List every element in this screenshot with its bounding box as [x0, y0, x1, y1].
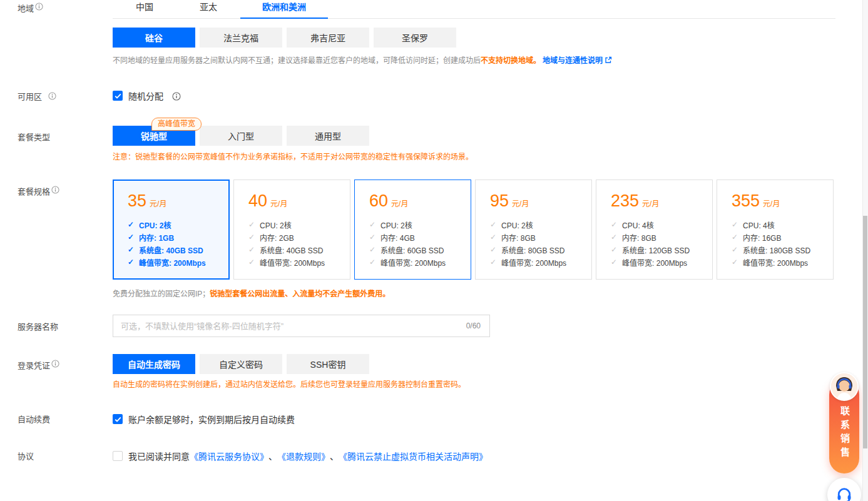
- spec-text: CPU: 4核: [622, 220, 654, 230]
- tab-europe-americas[interactable]: 欧洲和美洲: [240, 0, 328, 19]
- spec-text: 系统盘: 180GB SSD: [743, 245, 810, 255]
- price-unit: 元/月: [642, 198, 659, 208]
- spec-text: 峰值带宽: 200Mbps: [380, 257, 446, 268]
- price-unit: 元/月: [391, 198, 408, 208]
- price: 355: [732, 192, 760, 210]
- auto-renew-label-text: 自动续费: [18, 413, 50, 425]
- scrollbar-thumb[interactable]: [863, 216, 867, 448]
- price-unit: 元/月: [150, 198, 166, 208]
- credential-info-icon[interactable]: [51, 360, 59, 368]
- server-name-label-text: 服务器名称: [18, 320, 58, 332]
- region-info-icon[interactable]: [35, 3, 43, 11]
- credential-ssh-key[interactable]: SSH密钥: [287, 354, 369, 374]
- plan-card-40[interactable]: 40元/月 ✓CPU: 2核 ✓内存: 2GB ✓系统盘: 40GB SSD ✓…: [233, 180, 350, 280]
- spec-text: CPU: 2核: [139, 220, 171, 230]
- spec-text: 内存: 16GB: [743, 232, 781, 243]
- plan-card-60[interactable]: 60元/月 ✓CPU: 2核 ✓内存: 4GB ✓系统盘: 60GB SSD ✓…: [354, 180, 471, 280]
- check-icon: ✓: [369, 220, 375, 229]
- random-zone-label: 随机分配: [128, 89, 163, 102]
- check-icon: ✓: [611, 245, 617, 254]
- random-zone-checkbox[interactable]: 随机分配: [113, 89, 163, 102]
- spec-text: 峰值带宽: 200Mbps: [622, 257, 687, 268]
- check-icon: ✓: [732, 258, 738, 266]
- zone-row: 可用区 随机分配: [18, 89, 835, 102]
- scrollbar[interactable]: [862, 0, 868, 501]
- plan-card-35[interactable]: 35元/月 ✓CPU: 2核 ✓内存: 1GB ✓系统盘: 40GB SSD ✓…: [113, 180, 230, 280]
- check-icon: ✓: [128, 233, 134, 241]
- tab-china[interactable]: 中国: [113, 0, 176, 18]
- customer-service-button[interactable]: [827, 478, 861, 501]
- price-unit: 元/月: [270, 198, 287, 208]
- spec-text: 系统盘: 120GB SSD: [622, 245, 690, 255]
- check-icon: ✓: [732, 220, 738, 229]
- plan-cards: 35元/月 ✓CPU: 2核 ✓内存: 1GB ✓系统盘: 40GB SSD ✓…: [113, 180, 835, 280]
- check-icon: ✓: [128, 258, 134, 266]
- region-option-frankfurt[interactable]: 法兰克福: [200, 28, 282, 48]
- credential-row: 登录凭证 自动生成密码 自定义密码 SSH密钥 自动生成的密码将在实例创建后，通…: [18, 354, 835, 390]
- service-agreement-link[interactable]: 《腾讯云服务协议》: [190, 450, 268, 462]
- check-icon: ✓: [369, 233, 375, 241]
- check-icon: ✓: [732, 245, 738, 254]
- plan-type-warning: 注意：锐驰型套餐的公网带宽峰值不作为业务承诺指标，不适用于对公网带宽的稳定性有强…: [113, 153, 835, 162]
- spec-text: 系统盘: 60GB SSD: [380, 245, 444, 255]
- auto-renew-label: 自动续费: [18, 413, 113, 425]
- plan-type-general[interactable]: 通用型: [287, 126, 369, 146]
- region-label: 地域: [18, 0, 113, 66]
- separator: 、: [268, 450, 277, 462]
- checkbox-checked-icon: [113, 414, 123, 424]
- spec-list: ✓CPU: 2核 ✓内存: 1GB ✓系统盘: 40GB SSD ✓峰值带宽: …: [128, 218, 222, 268]
- zone-info-icon[interactable]: [48, 92, 56, 100]
- check-icon: ✓: [369, 258, 375, 266]
- region-option-virginia[interactable]: 弗吉尼亚: [287, 28, 369, 48]
- crypto-ban-statement-link[interactable]: 《腾讯云禁止虚拟货币相关活动声明》: [339, 450, 488, 462]
- spec-text: 峰值带宽: 200Mbps: [260, 257, 325, 268]
- region-note: 不同地域的轻量应用服务器之间默认内网不互通；建议选择最靠近您客户的地域，可降低访…: [113, 56, 835, 66]
- agreement-label-text: 协议: [18, 450, 34, 462]
- tab-asia-pacific[interactable]: 亚太: [176, 0, 240, 18]
- refund-rules-link[interactable]: 《退款规则》: [277, 450, 330, 462]
- server-name-input[interactable]: [113, 315, 489, 337]
- credential-custom-password[interactable]: 自定义密码: [200, 354, 282, 374]
- region-option-sao-paulo[interactable]: 圣保罗: [374, 28, 456, 48]
- plan-type-label-text: 套餐类型: [18, 131, 50, 143]
- credential-auto-password[interactable]: 自动生成密码: [113, 354, 195, 374]
- plan-spec-info-icon[interactable]: [51, 186, 59, 194]
- spec-list: ✓CPU: 2核 ✓内存: 8GB ✓系统盘: 80GB SSD ✓峰值带宽: …: [490, 218, 584, 268]
- spec-text: 峰值带宽: 200Mbps: [743, 257, 808, 268]
- spec-text: 内存: 2GB: [260, 232, 294, 243]
- agreement-row: 协议 我已阅读并同意 《腾讯云服务协议》、《退款规则》、《腾讯云禁止虚拟货币相关…: [18, 450, 835, 463]
- plan-card-355[interactable]: 355元/月 ✓CPU: 4核 ✓内存: 16GB ✓系统盘: 180GB SS…: [717, 180, 834, 280]
- price: 40: [248, 192, 267, 210]
- plan-spec-label: 套餐规格: [18, 180, 113, 298]
- checkbox-unchecked-icon: [113, 451, 123, 461]
- agreement-checkbox[interactable]: 我已阅读并同意: [113, 450, 190, 462]
- plan-type-label: 套餐类型: [18, 126, 113, 162]
- contact-sales-text: 联系销售: [829, 406, 859, 461]
- region-option-silicon-valley[interactable]: 硅谷: [113, 28, 195, 48]
- contact-sales-button[interactable]: 联系销售: [829, 372, 859, 473]
- separator: 、: [330, 450, 339, 462]
- external-link-icon[interactable]: [605, 56, 612, 64]
- plan-type-options: 高峰值带宽 锐驰型 入门型 通用型: [113, 126, 835, 146]
- config-form: 地域 中国 亚太 欧洲和美洲 硅谷 法兰克福 弗吉尼亚 圣保罗: [18, 0, 835, 463]
- spec-text: CPU: 2核: [260, 220, 292, 230]
- spec-text: 峰值带宽: 200Mbps: [501, 257, 566, 268]
- random-zone-info-icon[interactable]: [172, 92, 181, 101]
- spec-text: 系统盘: 40GB SSD: [139, 245, 203, 255]
- credential-note: 自动生成的密码将在实例创建后，通过站内信发送给您。后续您也可登录轻量应用服务器控…: [113, 380, 835, 390]
- plan-spec-label-text: 套餐规格: [18, 185, 50, 197]
- region-connectivity-link[interactable]: 地域与连通性说明: [543, 56, 603, 65]
- plan-card-235[interactable]: 235元/月 ✓CPU: 4核 ✓内存: 8GB ✓系统盘: 120GB SSD…: [596, 180, 713, 280]
- region-note-warning: 不支持切换地域。: [481, 56, 541, 65]
- credential-options: 自动生成密码 自定义密码 SSH密钥: [113, 354, 835, 374]
- checkbox-checked-icon: [113, 91, 123, 101]
- check-icon: ✓: [611, 233, 617, 241]
- check-icon: ✓: [611, 220, 617, 229]
- plan-type-entry[interactable]: 入门型: [200, 126, 282, 146]
- region-label-text: 地域: [18, 2, 34, 14]
- plan-card-95[interactable]: 95元/月 ✓CPU: 2核 ✓内存: 8GB ✓系统盘: 80GB SSD ✓…: [475, 180, 592, 280]
- check-icon: ✓: [732, 233, 738, 241]
- auto-renew-checkbox[interactable]: 账户余额足够时，实例到期后按月自动续费: [113, 413, 295, 425]
- spec-text: 内存: 1GB: [139, 232, 174, 243]
- server-name-field: 0/60: [113, 315, 490, 337]
